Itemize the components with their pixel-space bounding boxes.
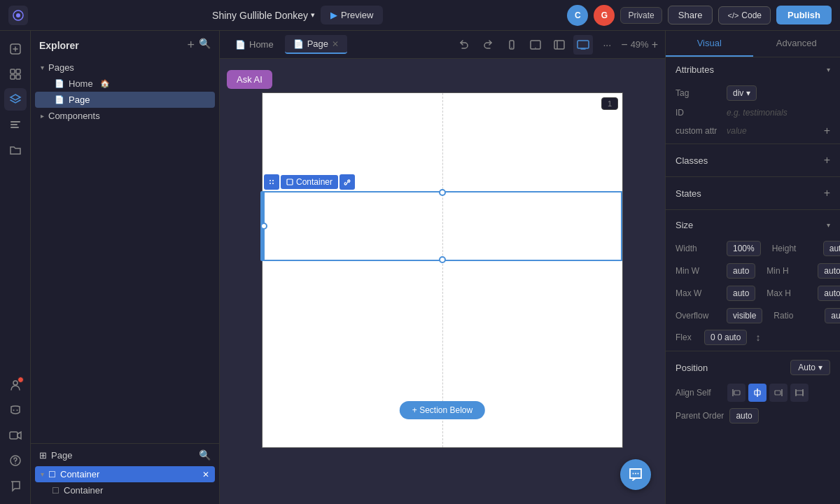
canvas-toolbar: 📄 Home 📄 Page ✕ xyxy=(220,31,665,59)
tag-select[interactable]: div ▾ xyxy=(727,85,757,101)
svg-point-19 xyxy=(536,47,536,48)
canvas-frame[interactable]: 1 Containe xyxy=(262,92,623,448)
avatar-g[interactable]: G xyxy=(594,5,615,26)
svg-rect-38 xyxy=(775,391,780,395)
position-select[interactable]: Auto ▾ xyxy=(790,360,830,375)
tab-home[interactable]: 📄 Home xyxy=(227,36,282,53)
add-attr-icon[interactable]: + xyxy=(824,125,830,137)
zoom-in-button[interactable]: + xyxy=(652,38,658,51)
overflow-value[interactable]: visible xyxy=(727,308,762,323)
attributes-header[interactable]: Attributes ▾ xyxy=(666,57,840,82)
more-options-button[interactable]: ··· xyxy=(597,35,617,55)
sidebar-icon-styles[interactable] xyxy=(4,113,27,136)
layer-item-container[interactable]: ▾ ☐ Container ✕ xyxy=(35,466,215,482)
tab-page[interactable]: 📄 Page ✕ xyxy=(285,35,347,54)
align-stretch-button[interactable] xyxy=(790,384,808,402)
undo-button[interactable] xyxy=(454,35,474,55)
pages-header[interactable]: ▾ Pages xyxy=(35,59,215,76)
layer-item-container-child[interactable]: ☐ Container xyxy=(35,482,215,498)
sidebar-icon-chat[interactable] xyxy=(4,475,27,497)
logo-icon[interactable] xyxy=(8,6,28,25)
sidebar-icon-video[interactable] xyxy=(4,424,27,447)
custom-attr-row: custom attr value + xyxy=(666,121,840,141)
canvas-viewport[interactable]: Ask AI 1 xyxy=(220,59,665,504)
align-end-button[interactable] xyxy=(769,384,788,402)
sidebar-icons xyxy=(0,31,31,504)
parent-order-row: Parent Order auto xyxy=(666,405,840,427)
layer-close-icon[interactable]: ✕ xyxy=(202,470,209,479)
ratio-value[interactable]: au... xyxy=(825,308,840,323)
container-link-button[interactable] xyxy=(340,174,355,190)
private-button[interactable]: Private xyxy=(620,7,662,24)
mobile-view-button[interactable] xyxy=(502,35,522,55)
id-input[interactable]: e.g. testimonials xyxy=(727,108,788,118)
resize-handle-bottom[interactable] xyxy=(439,256,446,263)
align-center-button[interactable] xyxy=(748,384,766,402)
zoom-out-button[interactable]: − xyxy=(621,38,627,51)
divider-2 xyxy=(666,176,840,177)
tag-dropdown-icon: ▾ xyxy=(746,88,750,98)
width-value[interactable]: 100% xyxy=(727,241,761,256)
container-label-badge[interactable]: Container xyxy=(281,175,338,189)
max-h-value[interactable]: auto xyxy=(818,286,840,301)
sidebar-icon-user[interactable] xyxy=(4,374,27,396)
sidebar-icon-layers[interactable] xyxy=(4,88,27,111)
components-header[interactable]: ▸ Components xyxy=(35,108,215,124)
position-header: Position Auto ▾ xyxy=(666,354,840,381)
tree-item-page[interactable]: 📄 Page xyxy=(35,92,215,108)
add-section-button[interactable]: + Section Below xyxy=(400,401,485,419)
tag-row: Tag div ▾ xyxy=(666,82,840,104)
resize-handle-left[interactable] xyxy=(260,223,267,230)
size-header[interactable]: Size ▾ xyxy=(666,213,840,237)
tablet-view-button[interactable] xyxy=(526,35,545,55)
min-w-value[interactable]: auto xyxy=(727,263,755,279)
height-value[interactable]: auto xyxy=(823,241,840,256)
min-h-value[interactable]: auto xyxy=(818,263,840,279)
code-icon: </> xyxy=(727,11,738,20)
states-add-icon[interactable]: + xyxy=(824,187,830,200)
tree-item-home[interactable]: 📄 Home 🏠 xyxy=(35,76,215,92)
resize-handle-top[interactable] xyxy=(439,189,446,196)
container-selection-box[interactable]: Container xyxy=(262,191,622,261)
tab-advanced[interactable]: Advanced xyxy=(753,31,841,57)
tab-close-icon[interactable]: ✕ xyxy=(332,39,339,49)
sidebar-icon-folder[interactable] xyxy=(4,139,27,161)
tab-visual[interactable]: Visual xyxy=(666,31,753,57)
code-button[interactable]: </> Code xyxy=(718,6,771,24)
sidebar-icon-help[interactable] xyxy=(4,449,27,472)
id-row: ID e.g. testimonials xyxy=(666,104,840,121)
zoom-level[interactable]: 49% xyxy=(631,39,649,50)
classes-add-icon[interactable]: + xyxy=(824,154,830,167)
svg-rect-34 xyxy=(734,391,740,395)
parent-order-value[interactable]: auto xyxy=(729,408,758,424)
svg-point-26 xyxy=(272,180,274,181)
layer-search-icon[interactable]: 🔍 xyxy=(199,449,211,461)
sidebar-icon-add[interactable] xyxy=(4,38,27,60)
svg-rect-9 xyxy=(10,127,19,128)
classes-header[interactable]: Classes + xyxy=(666,147,840,174)
flex-direction-icon[interactable]: ↕ xyxy=(755,332,760,343)
divider-1 xyxy=(666,144,840,144)
explorer-search-icon[interactable]: 🔍 xyxy=(199,38,211,52)
svg-point-32 xyxy=(638,473,639,475)
custom-attr-value[interactable]: value xyxy=(727,126,747,136)
chat-button[interactable] xyxy=(620,459,651,490)
redo-button[interactable] xyxy=(478,35,498,55)
states-header[interactable]: States + xyxy=(666,180,840,206)
align-start-button[interactable] xyxy=(727,384,746,402)
flex-value[interactable]: 0 0 auto xyxy=(704,330,747,345)
sidebar-icon-grid[interactable] xyxy=(4,63,27,85)
publish-button[interactable]: Publish xyxy=(776,6,832,24)
drag-handle[interactable] xyxy=(264,174,279,190)
preview-button[interactable]: ▶ Preview xyxy=(321,6,383,24)
project-name[interactable]: Shiny Gullible Donkey ▾ xyxy=(212,10,315,21)
share-button[interactable]: Share xyxy=(668,6,713,24)
ask-ai-button[interactable]: Ask AI xyxy=(227,70,272,89)
sidebar-view-button[interactable] xyxy=(550,35,569,55)
desktop-view-button[interactable] xyxy=(573,35,593,55)
max-w-value[interactable]: auto xyxy=(727,286,755,301)
explorer-add-icon[interactable]: + xyxy=(187,38,195,52)
custom-attr-label: custom attr xyxy=(676,126,721,136)
avatar-c[interactable]: C xyxy=(567,5,588,26)
sidebar-icon-discord[interactable] xyxy=(4,399,27,421)
